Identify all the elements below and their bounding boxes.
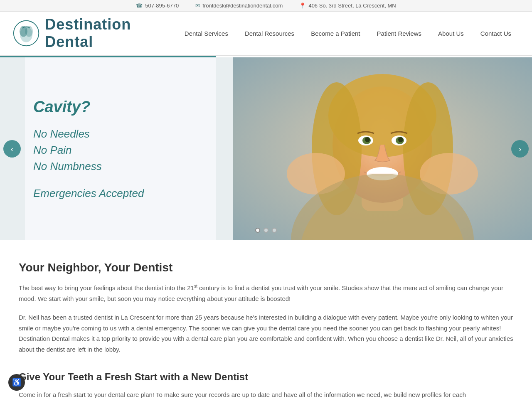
nav-patient-reviews[interactable]: Patient Reviews [369, 26, 430, 41]
carousel-dot-2[interactable] [264, 228, 268, 233]
section1-para1-sup: st [194, 284, 197, 288]
hero-content: Cavity? No Needles No Pain No Numbness E… [25, 57, 216, 240]
hero-emergencies: Emergencies Accepted [33, 187, 208, 200]
carousel-next-button[interactable]: › [511, 140, 529, 158]
location-icon: 📍 [299, 2, 306, 9]
accessibility-button[interactable]: ♿ [8, 374, 25, 391]
nav-about-us[interactable]: About Us [430, 26, 472, 41]
section1-title: Your Neighbor, Your Dentist [19, 261, 513, 274]
nav-become-patient[interactable]: Become a Patient [303, 26, 368, 41]
hero-list: No Needles No Pain No Numbness [33, 126, 208, 175]
hero-list-item-2: No Pain [33, 142, 208, 158]
phone-icon: ☎ [136, 2, 143, 9]
section2-para1: Come in for a fresh start to your dental… [19, 389, 513, 399]
email-icon: ✉ [195, 2, 200, 9]
hero-list-item-3: No Numbness [33, 158, 208, 175]
hero-carousel: Cavity? No Needles No Pain No Numbness E… [0, 57, 532, 240]
top-bar: ☎ 507-895-6770 ✉ frontdesk@destinationde… [0, 0, 532, 12]
hero-title: Cavity? [33, 98, 208, 116]
main-content: Your Neighbor, Your Dentist The best way… [0, 240, 532, 399]
carousel-dot-1[interactable] [255, 228, 260, 233]
section2-title: Give Your Teeth a Fresh Start with a New… [19, 371, 513, 383]
section1-para2: Dr. Neil has been a trusted dentist in L… [19, 312, 513, 355]
hero-image [233, 57, 532, 240]
carousel-dots [255, 228, 277, 233]
nav-dental-resources[interactable]: Dental Resources [236, 26, 303, 41]
logo-area[interactable]: Destination Dental [12, 16, 176, 51]
carousel-prev-button[interactable]: ‹ [3, 140, 21, 158]
email-address: frontdesk@destinationdental.com [202, 2, 283, 9]
section1-para1: The best way to bring your feelings abou… [19, 283, 513, 304]
header: Destination Dental Dental Services Denta… [0, 12, 532, 56]
email-contact: ✉ frontdesk@destinationdental.com [195, 2, 283, 9]
nav-dental-services[interactable]: Dental Services [176, 26, 236, 41]
logo-text: Destination Dental [45, 16, 176, 51]
phone-number: 507-895-6770 [145, 2, 179, 9]
hero-list-item-1: No Needles [33, 126, 208, 142]
address-contact: 📍 406 So. 3rd Street, La Crescent, MN [299, 2, 396, 9]
logo-icon [12, 19, 40, 48]
hero-illustration [233, 57, 532, 240]
nav-contact-us[interactable]: Contact Us [472, 26, 520, 41]
svg-point-15 [365, 137, 370, 142]
carousel-dot-3[interactable] [272, 228, 277, 233]
main-nav: Dental Services Dental Resources Become … [176, 26, 520, 41]
phone-contact: ☎ 507-895-6770 [136, 2, 179, 9]
section1-para1-prefix: The best way to bring your feelings abou… [19, 284, 194, 291]
address: 406 So. 3rd Street, La Crescent, MN [308, 2, 396, 9]
svg-point-16 [398, 137, 403, 142]
